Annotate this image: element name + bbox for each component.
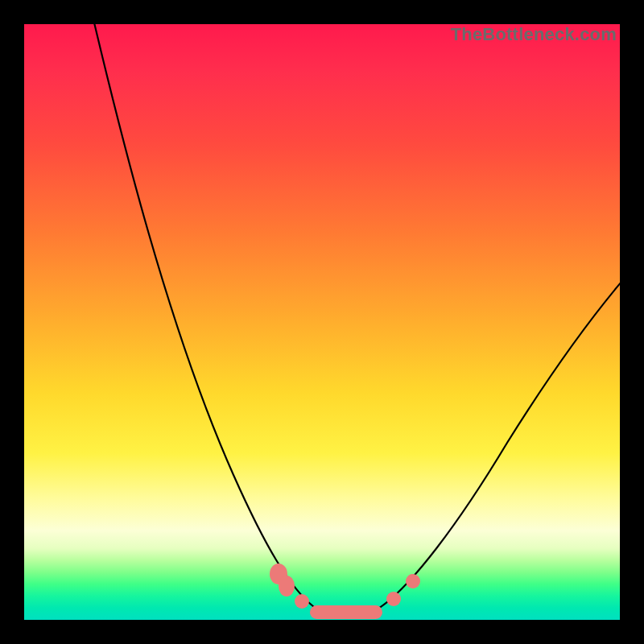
curve-svg (24, 24, 620, 620)
valley-marker (386, 592, 401, 606)
valley-marker (295, 594, 309, 609)
chart-frame: TheBottleneck.com (0, 0, 644, 644)
curve-left (87, 24, 314, 607)
curve-right (378, 282, 620, 609)
valley-marker-pill (310, 605, 382, 619)
watermark-text: TheBottleneck.com (451, 24, 617, 45)
plot-area (24, 24, 620, 620)
valley-marker (279, 576, 295, 597)
valley-marker (406, 574, 420, 588)
